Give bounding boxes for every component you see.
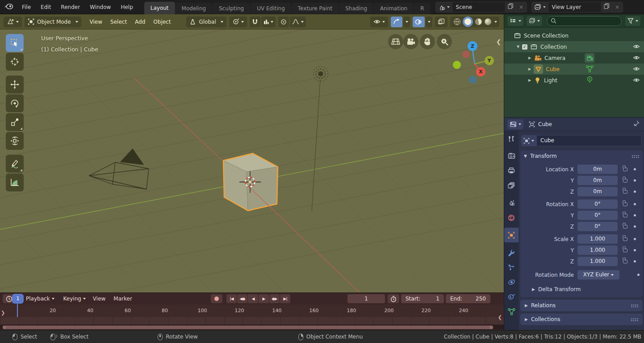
gizmo-axis-x-neg[interactable] [462,51,470,58]
animate-dot[interactable] [634,214,636,216]
tab-modifiers[interactable] [504,245,519,260]
light-data-icon[interactable] [586,76,593,85]
scene-unlink-button[interactable]: × [516,2,527,12]
blender-logo-icon[interactable] [4,3,13,11]
navigation-gizmo[interactable]: Z Y X [451,36,500,85]
hide-toggle-eye-icon[interactable] [633,66,640,73]
current-frame-field[interactable]: 1 [347,294,385,303]
shading-material-button[interactable] [475,18,482,25]
camera-data-icon[interactable] [585,53,594,63]
tab-world[interactable] [504,210,519,225]
lock-icon[interactable] [623,190,627,194]
pivot-point-dropdown[interactable] [229,17,247,27]
menu-file[interactable]: File [17,0,36,14]
pan-view-button[interactable] [420,34,435,49]
outliner-search-input[interactable] [547,16,622,26]
toggle-perspective-button[interactable] [388,34,403,49]
lock-icon[interactable] [623,168,627,171]
location-y-field[interactable]: 0m [577,176,618,185]
relations-panel-header[interactable]: ▶ Relations [520,300,643,311]
menu-edit[interactable]: Edit [36,0,56,14]
delta-transform-subpanel[interactable]: ▶ Delta Transform [520,284,643,295]
menu-window[interactable]: Window [85,0,116,14]
view-layer-remove-button[interactable]: × [612,2,623,12]
scrollbar-thumb[interactable] [3,326,493,329]
location-x-field[interactable]: 0m [577,165,618,174]
tab-render[interactable] [504,148,519,163]
gizmos-dropdown[interactable] [403,17,410,27]
tool-measure[interactable] [6,174,24,191]
falloff-dropdown[interactable] [290,17,306,27]
filter-id-dropdown[interactable] [527,16,542,26]
gizmos-toggle[interactable] [391,17,402,27]
overlays-toggle[interactable] [413,17,425,27]
timeline-track[interactable] [0,317,504,324]
gizmo-axis-z-neg[interactable] [469,76,477,84]
current-frame-indicator[interactable]: 1 [12,294,24,304]
animate-dot[interactable] [634,260,636,263]
tab-modeling[interactable]: Modeling [176,3,213,14]
collection-checkbox[interactable]: ✓ [522,44,527,50]
tool-scale[interactable] [6,113,24,131]
expand-arrow-icon[interactable]: ▶ [527,78,532,82]
outliner-row-camera[interactable]: ▶ Camera [504,52,644,64]
hide-toggle-eye-icon[interactable] [633,55,640,62]
shading-solid-button[interactable] [464,18,471,25]
animate-dot[interactable] [634,249,636,251]
expand-arrow-icon[interactable]: ▼ [516,45,520,49]
tab-particles[interactable] [504,260,519,275]
tab-view-layer[interactable] [504,178,519,193]
expand-arrow-icon[interactable]: ▶ [527,56,532,60]
object-id-dropdown[interactable] [521,135,536,146]
animate-dot[interactable] [634,191,636,193]
tab-data[interactable] [504,304,519,319]
scale-y-field[interactable]: 1.000 [577,246,618,255]
timeline-marker-menu[interactable]: Marker [109,296,136,302]
tool-cursor[interactable] [6,53,24,71]
animate-dot[interactable] [634,203,636,205]
tab-output[interactable] [504,163,519,178]
gizmo-axis-y-neg[interactable] [453,61,461,69]
snap-settings-dropdown[interactable] [261,17,276,27]
menu-render[interactable]: Render [56,0,85,14]
previous-keyframe-button[interactable]: ◀◆ [237,294,247,303]
timeline-view-menu[interactable]: View [89,296,109,302]
tab-shading[interactable]: Shading [339,3,373,14]
tab-constraints[interactable] [504,289,519,304]
tab-texture-paint[interactable]: Texture Paint [292,3,339,14]
viewport-menu-add[interactable]: Add [131,19,149,25]
snap-toggle[interactable] [250,17,260,27]
filter-funnel-dropdown[interactable] [625,16,640,26]
object-name-field[interactable]: Cube [536,135,642,146]
auto-keyframe-button[interactable] [388,294,399,303]
animate-dot[interactable] [634,179,636,182]
tool-move[interactable] [6,76,24,93]
outliner-row-scene-collection[interactable]: Scene Collection [504,30,644,41]
zoom-view-button[interactable] [437,34,452,49]
rotation-z-field[interactable]: 0° [577,222,618,231]
expand-arrow-icon[interactable]: ▶ [527,67,532,71]
rotation-mode-dropdown[interactable]: XYZ Euler [577,270,619,279]
mode-dropdown[interactable]: Object Mode [25,17,81,27]
scene-name[interactable]: Scene [452,4,505,10]
panel-grip-icon[interactable] [631,155,639,158]
gizmo-axis-z[interactable]: Z [468,41,477,51]
rotation-y-field[interactable]: 0° [577,211,618,220]
menu-help[interactable]: Help [116,0,138,14]
tab-tool[interactable] [504,131,519,146]
tab-layout[interactable]: Layout [144,2,175,14]
lock-icon[interactable] [623,237,627,241]
lock-icon[interactable] [623,260,627,263]
timeline-scrollbar[interactable] [0,325,504,330]
end-frame-field[interactable]: End:250 [446,294,490,303]
viewport-menu-view[interactable]: View [86,19,106,25]
pin-icon[interactable] [633,120,640,128]
gizmo-axis-y[interactable]: Y [485,56,494,65]
tab-animation[interactable]: Animation [374,3,414,14]
start-frame-field[interactable]: Start:1 [401,294,444,303]
outliner-row-cube[interactable]: ▶ Cube [504,64,644,75]
xray-toggle[interactable] [435,17,447,27]
show-object-types-dropdown[interactable] [370,17,388,27]
scene-browse-button[interactable] [436,2,452,12]
tool-select-box[interactable] [6,34,24,52]
